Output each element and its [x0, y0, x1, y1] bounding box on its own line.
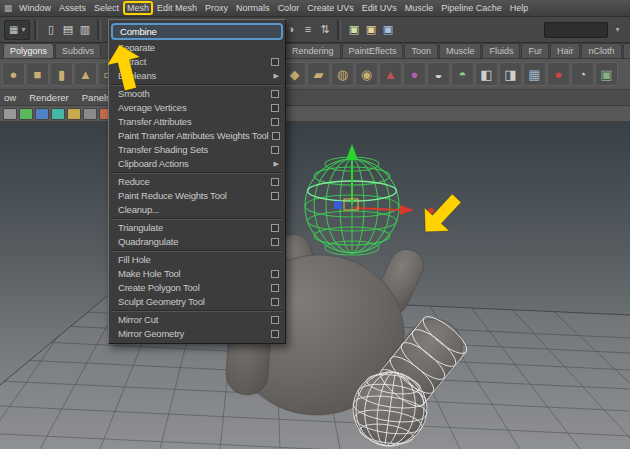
save-scene-icon[interactable]: ▥ — [76, 21, 93, 39]
option-box-icon[interactable] — [271, 58, 279, 66]
mesh-menu-item[interactable]: Clipboard Actions ▶ — [109, 157, 285, 171]
field-options-arrow-icon[interactable]: ▾ — [609, 21, 626, 39]
menubar-item[interactable]: Muscle — [401, 1, 438, 15]
menubar-item[interactable]: Proxy — [201, 1, 232, 15]
option-box-icon[interactable] — [271, 146, 279, 154]
checker-sphere-icon[interactable]: ◧ — [475, 62, 498, 86]
safe-action-icon[interactable] — [83, 108, 97, 120]
mesh-menu-item[interactable]: Cleanup... ▶ — [109, 203, 285, 217]
option-box-icon[interactable] — [271, 284, 279, 292]
mesh-menu-item[interactable]: ▶ — [112, 218, 282, 220]
shelf-tab[interactable]: Rendering — [285, 43, 341, 58]
shelf-tab[interactable]: Polygons — [3, 43, 54, 58]
ipr-render-icon[interactable]: ▣ — [362, 21, 379, 39]
menubar-item[interactable]: Assets — [55, 1, 90, 15]
option-box-icon[interactable] — [271, 178, 279, 186]
menubar-item[interactable]: Help — [506, 1, 533, 15]
polygon-pipe-icon[interactable]: ▰ — [307, 62, 330, 86]
shelf-tab[interactable]: Custo — [623, 43, 630, 58]
new-scene-icon[interactable]: ▯ — [42, 21, 59, 39]
mesh-menu-item[interactable]: Transfer Shading Sets ▶ — [109, 143, 285, 157]
statusline-divider[interactable] — [337, 20, 341, 40]
input-output-icon[interactable]: ⇅ — [316, 21, 333, 39]
mesh-menu-item[interactable]: Make Hole Tool ▶ — [109, 267, 285, 281]
gate-mask-icon[interactable] — [51, 108, 65, 120]
polygon-sphere-icon[interactable]: ● — [2, 62, 25, 86]
menubar-item[interactable]: Mesh — [123, 1, 153, 15]
mesh-menu-item[interactable]: Fill Hole ▶ — [109, 253, 285, 267]
mesh-menu-item[interactable]: Combine ▶ — [111, 23, 283, 40]
menu-set-dropdown[interactable]: ▦ ▾ — [4, 20, 30, 40]
viewport[interactable] — [0, 122, 630, 449]
menubar-item[interactable]: Edit Mesh — [153, 1, 201, 15]
shelf-tab[interactable]: Toon — [404, 43, 438, 58]
polygon-cylinder-icon[interactable]: ▮ — [50, 62, 73, 86]
manip-z-handle[interactable] — [334, 201, 342, 209]
render-settings-icon[interactable]: ▣ — [379, 21, 396, 39]
panel-menu-item[interactable]: ow — [4, 92, 16, 103]
polygon-cube-icon[interactable]: ■ — [26, 62, 49, 86]
menubar-item[interactable]: Pipeline Cache — [437, 1, 506, 15]
quick-selection-field[interactable] — [544, 22, 608, 38]
option-box-icon[interactable] — [271, 104, 279, 112]
option-box-icon[interactable] — [271, 238, 279, 246]
option-box-icon[interactable] — [271, 118, 279, 126]
shelf-tab[interactable]: nCloth — [581, 43, 621, 58]
texture-grid-icon[interactable]: ▦ — [523, 62, 546, 86]
mesh-menu-item[interactable]: ▶ — [112, 172, 282, 174]
menubar-item[interactable]: Select — [90, 1, 123, 15]
checker-sphere-icon-2[interactable]: ◨ — [499, 62, 522, 86]
shelf-tab[interactable]: PaintEffects — [342, 43, 404, 58]
option-box-icon[interactable] — [271, 330, 279, 338]
shelf-tab[interactable]: Subdivs — [55, 43, 101, 58]
shelf-tab[interactable]: Fluids — [482, 43, 520, 58]
option-box-icon[interactable] — [271, 192, 279, 200]
option-box-icon[interactable] — [271, 224, 279, 232]
panel-menu-item[interactable]: Renderer — [29, 92, 69, 103]
mesh-menu-item[interactable]: Quadrangulate ▶ — [109, 235, 285, 249]
red-cone-icon[interactable]: ▲ — [379, 62, 402, 86]
mesh-menu-item[interactable]: Sculpt Geometry Tool ▶ — [109, 295, 285, 309]
grid-toggle-icon[interactable] — [19, 108, 33, 120]
menubar-item[interactable]: Color — [274, 1, 304, 15]
mesh-menu-item[interactable]: ▶ — [112, 310, 282, 312]
list-input-icon[interactable]: ≡ — [299, 21, 316, 39]
green-sphere-icon[interactable]: ◓ — [451, 62, 474, 86]
menubar-item[interactable]: Create UVs — [303, 1, 358, 15]
render-current-frame-icon[interactable]: ▣ — [345, 21, 362, 39]
violet-sphere-icon[interactable]: ● — [403, 62, 426, 86]
polygon-prism-icon[interactable]: ◆ — [283, 62, 306, 86]
shaded-sphere-icon[interactable]: ◒ — [427, 62, 450, 86]
polygon-soccer-icon[interactable]: ◉ — [355, 62, 378, 86]
option-box-icon[interactable] — [271, 298, 279, 306]
polygon-helix-icon[interactable]: ◍ — [331, 62, 354, 86]
field-chart-icon[interactable] — [67, 108, 81, 120]
mesh-menu-item[interactable]: Triangulate ▶ — [109, 221, 285, 235]
green-panel-icon[interactable]: ▣ — [595, 62, 618, 86]
shelf-tab[interactable]: Hair — [550, 43, 581, 58]
menubar-item[interactable]: Window — [15, 1, 55, 15]
option-box-icon[interactable] — [272, 132, 280, 140]
polygon-cone-icon[interactable]: ▲ — [74, 62, 97, 86]
open-scene-icon[interactable]: ▤ — [59, 21, 76, 39]
option-box-icon[interactable] — [271, 270, 279, 278]
mesh-menu-item[interactable]: Create Polygon Tool ▶ — [109, 281, 285, 295]
shelf-tab[interactable]: Fur — [521, 43, 549, 58]
mesh-menu-item[interactable]: Paint Transfer Attributes Weights Tool ▶ — [109, 129, 285, 143]
film-gate-icon[interactable] — [35, 108, 49, 120]
mesh-menu-item[interactable]: Mirror Geometry ▶ — [109, 327, 285, 341]
mesh-menu-item[interactable]: Reduce ▶ — [109, 175, 285, 189]
menubar-item[interactable]: Edit UVs — [358, 1, 401, 15]
statusline-divider[interactable] — [34, 20, 38, 40]
camera-icon[interactable] — [3, 108, 17, 120]
mesh-menu-item[interactable]: Mirror Cut ▶ — [109, 313, 285, 327]
mesh-menu-item[interactable]: ▶ — [112, 250, 282, 252]
option-box-icon[interactable] — [271, 316, 279, 324]
shelf-tab[interactable]: Muscle — [439, 43, 482, 58]
red-ball-icon[interactable]: ● — [547, 62, 570, 86]
mesh-menu-item[interactable]: Paint Reduce Weights Tool ▶ — [109, 189, 285, 203]
statusline-divider[interactable] — [97, 20, 101, 40]
mesh-menu-item[interactable]: Transfer Attributes ▶ — [109, 115, 285, 129]
option-box-icon[interactable] — [271, 90, 279, 98]
sphere-quarter-icon[interactable]: ◔ — [571, 62, 594, 86]
